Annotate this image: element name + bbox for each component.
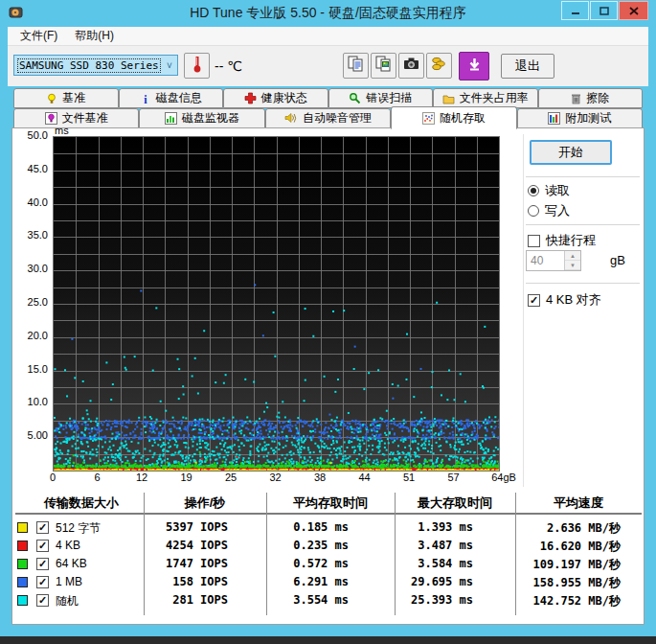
y-tick-label: 40.0 <box>10 196 48 208</box>
radio-icon <box>528 185 539 196</box>
copy-image-button[interactable] <box>371 53 396 79</box>
table-row: ✓512 字节5397 IOPS0.185 ms1.393 ms2.636 MB… <box>13 518 642 537</box>
copy-image-icon <box>374 55 393 77</box>
capacity-input[interactable] <box>527 251 564 270</box>
table-header: 操作/秒 <box>133 494 277 512</box>
write-radio[interactable]: 写入 <box>528 202 570 219</box>
stepper-down-icon[interactable]: ▼ <box>565 261 580 270</box>
max-access-time-value: 29.695 ms <box>329 575 473 588</box>
divider <box>526 283 640 284</box>
trash-gray-icon <box>571 93 581 104</box>
tab-file-benchmark[interactable]: 文件基准 <box>13 108 139 128</box>
series-visibility-checkbox[interactable]: ✓ <box>36 540 49 552</box>
series-visibility-checkbox[interactable]: ✓ <box>36 558 49 570</box>
max-access-time-value: 25.393 ms <box>329 593 473 607</box>
tab-erase[interactable]: 擦除 <box>538 88 644 108</box>
temperature-value: -- ℃ <box>215 58 242 74</box>
tab-label: 随机存取 <box>440 110 486 126</box>
menu-help[interactable]: 帮助(H) <box>68 26 121 46</box>
max-access-time-value: 3.487 ms <box>329 539 473 552</box>
tab-disk-monitor[interactable]: 磁盘监视器 <box>139 108 264 128</box>
exit-button[interactable]: 退出 <box>501 54 554 79</box>
y-axis-unit: ms <box>55 125 69 136</box>
avg-speed-value: 2.636 MB/秒 <box>477 520 621 537</box>
avg-access-time-value: 0.572 ms <box>205 557 349 570</box>
tab-label: 附加测试 <box>565 110 611 126</box>
coins-button[interactable] <box>426 53 452 79</box>
series-visibility-checkbox[interactable]: ✓ <box>36 594 49 607</box>
tab-label: 文件夹占用率 <box>460 90 529 106</box>
start-button[interactable]: 开始 <box>530 140 612 165</box>
copy-text-icon <box>347 55 365 77</box>
coins-icon <box>430 55 448 77</box>
x-tick-label: 64gB <box>483 472 525 483</box>
copy-text-button[interactable] <box>343 53 369 79</box>
align-checkbox[interactable]: ✓ 4 KB 对齐 <box>528 291 601 309</box>
checkbox-icon <box>528 235 540 247</box>
series-label: 4 KB <box>56 539 80 552</box>
y-tick-label: 30.0 <box>10 263 48 274</box>
magnifier-green-icon <box>349 92 361 104</box>
bulb-magenta-icon <box>45 112 57 125</box>
tab-health[interactable]: 健康状态 <box>223 88 328 108</box>
table-row: ✓64 KB1747 IOPS0.572 ms3.584 ms109.197 M… <box>13 555 642 573</box>
drive-select[interactable]: SAMSUNG SSD 830 Series (64 gB) ˅ <box>13 55 178 76</box>
tab-aam[interactable]: 自动噪音管理 <box>265 108 391 128</box>
read-radio[interactable]: 读取 <box>528 182 570 199</box>
series-color-swatch <box>17 540 28 551</box>
temperature-button[interactable] <box>184 53 210 79</box>
screenshot-camera-button[interactable] <box>398 53 424 79</box>
table-header: 平均存取时间 <box>259 494 402 512</box>
tab-disk-info[interactable]: i磁盘信息 <box>119 88 224 108</box>
minimize-button[interactable] <box>561 1 589 20</box>
tab-folder-usage[interactable]: 文件夹占用率 <box>433 88 538 108</box>
desktop-strip <box>0 636 656 644</box>
checkbox-icon: ✓ <box>528 294 540 307</box>
x-tick-label: 57 <box>433 472 475 483</box>
bars-grid-icon <box>548 112 560 125</box>
x-tick-label: 32 <box>255 472 297 483</box>
download-update-button[interactable] <box>459 52 489 80</box>
tab-label: 磁盘监视器 <box>182 110 239 126</box>
stepper-up-icon[interactable]: ▲ <box>565 251 580 261</box>
close-button[interactable] <box>619 1 648 20</box>
short-stroke-checkbox[interactable]: 快捷行程 <box>528 232 596 249</box>
info-blue-icon: i <box>140 93 151 104</box>
radio-icon <box>528 205 539 217</box>
y-tick-label: 5.00 <box>10 429 48 441</box>
menu-file[interactable]: 文件(F) <box>13 26 64 46</box>
avg-speed-value: 109.197 MB/秒 <box>477 557 621 573</box>
series-visibility-checkbox[interactable]: ✓ <box>36 576 49 588</box>
y-tick-label: 45.0 <box>10 163 48 174</box>
y-tick-label: 10.0 <box>10 396 48 407</box>
avg-access-time-value: 0.185 ms <box>205 520 349 534</box>
drive-select-value: SAMSUNG SSD 830 Series (64 gB) <box>17 58 161 73</box>
x-tick-label: 44 <box>344 472 386 483</box>
tab-label: 磁盘信息 <box>156 90 202 106</box>
tab-extra-tests[interactable]: 附加测试 <box>517 108 643 128</box>
bulb-yellow-icon <box>46 93 57 104</box>
panel-separator <box>523 134 524 487</box>
app-window: HD Tune 专业版 5.50 - 硬盘/固态硬盘实用程序 文件(F) 帮助(… <box>0 0 656 644</box>
tab-random-access[interactable]: 随机存取 <box>391 106 516 129</box>
series-color-swatch <box>17 577 28 587</box>
tab-benchmark[interactable]: 基准 <box>13 88 119 108</box>
download-update-icon <box>466 57 483 77</box>
window-title: HD Tune 专业版 5.50 - 硬盘/固态硬盘实用程序 <box>0 5 656 22</box>
divider <box>526 176 640 177</box>
tab-label: 自动噪音管理 <box>303 110 372 126</box>
tab-label: 健康状态 <box>261 90 307 106</box>
chevron-down-icon: ˅ <box>162 57 177 74</box>
table-header: 最大存取时间 <box>383 494 527 512</box>
series-visibility-checkbox[interactable]: ✓ <box>36 521 49 534</box>
menu-bar: 文件(F) 帮助(H) <box>8 27 648 46</box>
max-access-time-value: 1.393 ms <box>329 520 473 534</box>
table-header: 平均速度 <box>507 494 650 512</box>
series-color-swatch <box>17 595 28 606</box>
tab-error-scan[interactable]: 错误扫描 <box>328 88 434 108</box>
table-row: ✓随机281 IOPS3.554 ms25.393 ms142.752 MB/秒 <box>13 591 642 610</box>
x-tick-label: 6 <box>77 472 119 483</box>
avg-access-time-value: 6.291 ms <box>205 575 349 588</box>
maximize-button[interactable] <box>590 1 618 20</box>
speaker-yellow-icon <box>284 112 298 125</box>
